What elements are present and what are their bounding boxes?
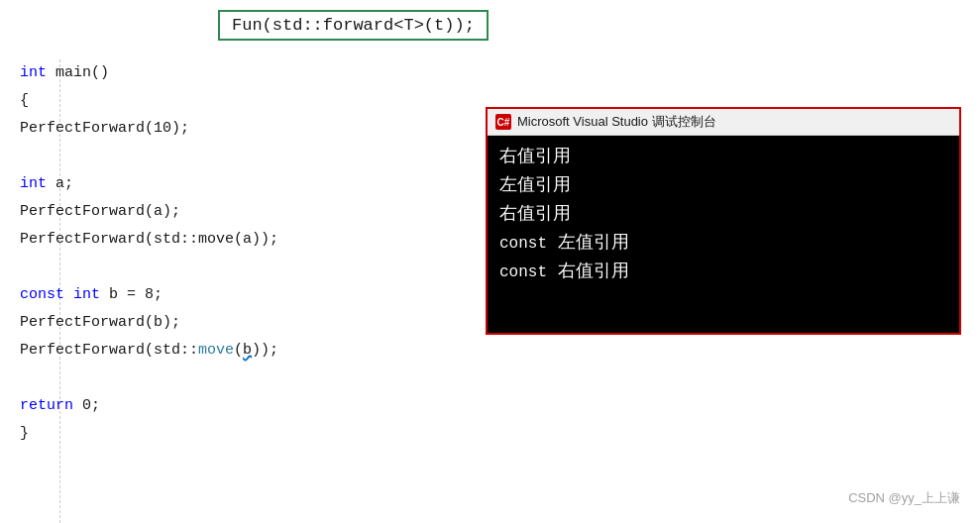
watermark: CSDN @yy_上上谦 — [848, 489, 960, 507]
code-line-12 — [0, 365, 495, 392]
code-line-1: int main() — [0, 59, 495, 87]
console-line-4: const 左值引用 — [499, 230, 947, 257]
code-text: main() — [55, 64, 109, 81]
code-line-14: } — [0, 420, 495, 448]
code-line-5: int a; — [0, 170, 495, 198]
code-line-10: PerfectForward(b); — [0, 309, 495, 337]
highlighted-code-box: Fun(std::forward<T>(t)); — [218, 10, 489, 41]
code-line-13: return 0; — [0, 392, 495, 420]
code-line-3: PerfectForward(10); — [0, 115, 495, 143]
console-line-2: 左值引用 — [499, 172, 947, 199]
code-line-4 — [0, 143, 495, 170]
code-line-2: { — [0, 87, 495, 115]
console-line-5: const 右值引用 — [499, 259, 947, 285]
code-line-7: PerfectForward(std::move(a)); — [0, 226, 495, 254]
console-titlebar: C# Microsoft Visual Studio 调试控制台 — [488, 109, 959, 136]
console-window: C# Microsoft Visual Studio 调试控制台 右值引用 左值… — [486, 107, 961, 335]
console-title: Microsoft Visual Studio 调试控制台 — [517, 113, 716, 131]
code-line-9: const int b = 8; — [0, 281, 495, 309]
code-area: int main() { PerfectForward(10); int a; … — [0, 59, 495, 448]
console-line-3: 右值引用 — [499, 201, 947, 228]
console-body: 右值引用 左值引用 右值引用 const 左值引用 const 右值引用 — [488, 136, 959, 333]
code-line-11: PerfectForward(std::move(b)); — [0, 337, 495, 365]
code-line-6: PerfectForward(a); — [0, 198, 495, 226]
kw-int: int — [20, 64, 47, 81]
console-line-1: 右值引用 — [499, 144, 947, 170]
vs-icon: C# — [495, 114, 511, 130]
code-line-8 — [0, 254, 495, 281]
highlighted-code-text: Fun(std::forward<T>(t)); — [232, 16, 475, 35]
